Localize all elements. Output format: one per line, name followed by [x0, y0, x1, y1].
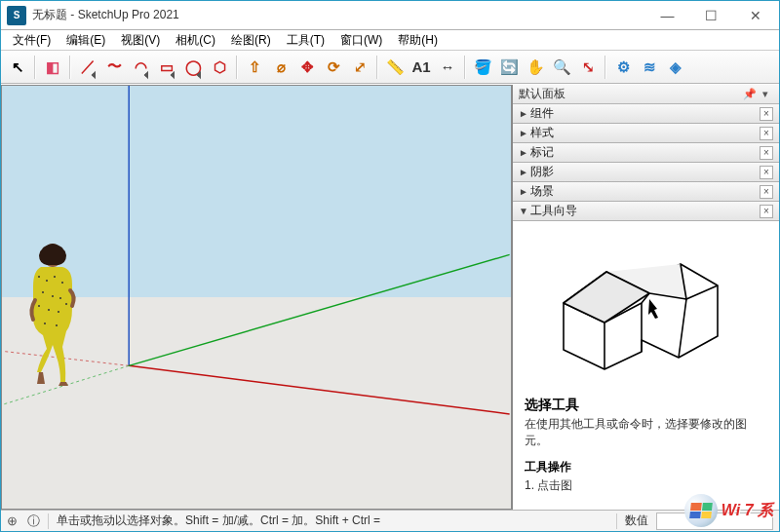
freehand-tool[interactable]: 〜	[101, 55, 127, 80]
window-title: 无标题 - SketchUp Pro 2021	[32, 7, 645, 23]
text-icon: A1	[411, 58, 430, 75]
panel-section-工具向导[interactable]: ▼工具向导×	[513, 202, 779, 221]
measurement-label: 数值	[621, 513, 652, 529]
paint-tool[interactable]: 🪣	[470, 55, 495, 80]
section-close-icon[interactable]: ×	[760, 205, 773, 218]
svg-point-11	[52, 295, 54, 297]
menu-window[interactable]: 窗口(W)	[332, 30, 390, 51]
pushpull-icon: ⇧	[249, 58, 261, 76]
instructor-step: 1. 点击图	[525, 477, 767, 494]
move-tool[interactable]: ✥	[294, 55, 320, 80]
zoom-extents-icon: ⤡	[582, 58, 595, 76]
menu-edit[interactable]: 编辑(E)	[58, 30, 113, 51]
close-button[interactable]: ✕	[733, 2, 777, 29]
pushpull-tool[interactable]: ⇧	[242, 55, 267, 80]
svg-point-18	[56, 324, 58, 326]
section-close-icon[interactable]: ×	[760, 127, 773, 140]
tray-title: 默认面板	[519, 86, 566, 102]
triangle-right-icon: ►	[519, 108, 530, 119]
toolbar: ↖◧／〜◠▭◯⬡⇧⌀✥⟳⤢📏A1↔🪣🔄✋🔍⤡⚙≋◈	[1, 51, 779, 84]
panel-section-场景[interactable]: ►场景×	[513, 182, 779, 202]
tape-tool[interactable]: 📏	[382, 55, 408, 80]
scale-tool[interactable]: ⤢	[347, 55, 372, 80]
measurement-input[interactable]	[656, 513, 773, 530]
freehand-icon: 〜	[107, 57, 122, 76]
section-close-icon[interactable]: ×	[760, 185, 773, 199]
panel-section-样式[interactable]: ►样式×	[513, 124, 779, 143]
svg-point-13	[38, 305, 40, 307]
menu-view[interactable]: 视图(V)	[113, 30, 168, 51]
select-tool[interactable]: ↖	[5, 55, 30, 80]
svg-point-7	[46, 280, 48, 282]
instructor-body: 选择工具 在使用其他工具或命令时，选择要修改的图元。 工具操作 1. 点击图	[513, 221, 779, 510]
warehouse-tool[interactable]: ⚙	[610, 55, 636, 80]
polygon-icon: ⬡	[214, 58, 226, 76]
status-bar: ⊕ ⓘ 单击或拖动以选择对象。Shift = 加/减。Ctrl = 加。Shif…	[1, 510, 779, 531]
line-icon: ／	[81, 57, 96, 76]
svg-point-22	[625, 292, 627, 294]
svg-point-24	[611, 300, 613, 302]
arc-tool[interactable]: ◠	[128, 55, 153, 80]
panel-section-label: 工具向导	[530, 203, 760, 219]
app-icon: S	[7, 6, 26, 25]
menu-help[interactable]: 帮助(H)	[390, 30, 446, 51]
menu-bar: 文件(F)编辑(E)视图(V)相机(C)绘图(R)工具(T)窗口(W)帮助(H)	[1, 30, 779, 51]
ext-whs-tool[interactable]: ◈	[663, 55, 688, 80]
panel-section-label: 场景	[530, 183, 760, 200]
tray-header[interactable]: 默认面板 📌 ▾	[513, 85, 779, 104]
maximize-button[interactable]: ☐	[689, 2, 733, 29]
rect-icon: ▭	[160, 58, 174, 76]
geo-icon[interactable]: ⊕	[1, 513, 22, 528]
menu-draw[interactable]: 绘图(R)	[223, 30, 279, 51]
credits-icon[interactable]: ⓘ	[22, 513, 44, 530]
instructor-ops-title: 工具操作	[525, 459, 767, 475]
tape-icon: 📏	[386, 58, 405, 76]
rotate-tool[interactable]: ⟳	[321, 55, 346, 80]
panel-section-组件[interactable]: ►组件×	[513, 104, 779, 124]
section-close-icon[interactable]: ×	[760, 146, 773, 160]
title-bar: S 无标题 - SketchUp Pro 2021 — ☐ ✕	[1, 1, 779, 30]
triangle-down-icon: ▼	[519, 206, 530, 216]
text-tool[interactable]: A1	[409, 55, 434, 80]
zoom-tool[interactable]: 🔍	[549, 55, 574, 80]
minimize-button[interactable]: —	[645, 2, 689, 29]
paint-icon: 🪣	[474, 58, 492, 76]
panel-section-label: 阴影	[530, 164, 760, 180]
offset-icon: ⌀	[277, 58, 286, 76]
collapse-icon[interactable]: ▾	[758, 88, 773, 100]
pan-tool[interactable]: ✋	[523, 55, 548, 80]
polygon-tool[interactable]: ⬡	[207, 55, 232, 80]
panel-section-label: 样式	[530, 125, 760, 141]
zoom-icon: 🔍	[553, 58, 571, 76]
panel-section-阴影[interactable]: ►阴影×	[513, 163, 779, 182]
section-close-icon[interactable]: ×	[760, 166, 773, 179]
section-close-icon[interactable]: ×	[760, 107, 773, 121]
instructor-illustration	[525, 233, 767, 389]
offset-tool[interactable]: ⌀	[268, 55, 293, 80]
orbit-icon: 🔄	[500, 58, 519, 76]
scale-icon: ⤢	[354, 58, 367, 76]
rect-tool[interactable]: ▭	[154, 55, 179, 80]
eraser-tool[interactable]: ◧	[40, 55, 65, 80]
svg-point-17	[44, 323, 46, 324]
line-tool[interactable]: ／	[75, 55, 100, 80]
move-icon: ✥	[301, 58, 314, 76]
menu-file[interactable]: 文件(F)	[5, 30, 58, 51]
instructor-desc: 在使用其他工具或命令时，选择要修改的图元。	[525, 416, 767, 449]
eraser-icon: ◧	[46, 58, 59, 76]
warehouse-icon: ⚙	[617, 58, 630, 76]
menu-tools[interactable]: 工具(T)	[279, 30, 332, 51]
pin-icon[interactable]: 📌	[742, 88, 758, 100]
menu-camera[interactable]: 相机(C)	[168, 30, 223, 51]
ext-mgr-tool[interactable]: ≋	[637, 55, 662, 80]
dim-tool[interactable]: ↔	[435, 55, 460, 80]
panel-section-标记[interactable]: ►标记×	[513, 143, 779, 163]
svg-point-14	[48, 309, 50, 311]
viewport-3d[interactable]	[1, 85, 512, 510]
orbit-tool[interactable]: 🔄	[496, 55, 522, 80]
zoom-extents-tool[interactable]: ⤡	[575, 55, 601, 80]
triangle-right-icon: ►	[519, 128, 530, 138]
svg-point-8	[54, 276, 56, 278]
svg-point-12	[59, 297, 61, 299]
circle-tool[interactable]: ◯	[180, 55, 206, 80]
